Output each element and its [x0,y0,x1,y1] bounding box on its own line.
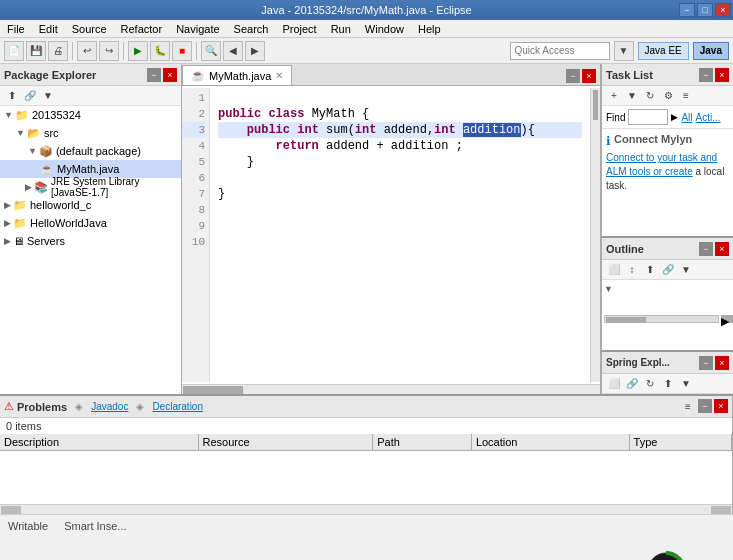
problems-data-table: Description Resource Path Location Type [0,434,732,451]
close-button[interactable]: × [715,3,731,17]
forward-button[interactable]: ▶ [245,41,265,61]
tree-item-20135324[interactable]: ▼ 📁 20135324 [0,106,181,124]
code-line-8 [218,202,582,218]
problems-horiz-scrollbar[interactable] [0,504,732,514]
all-link[interactable]: All [681,112,692,123]
minimize-button[interactable]: − [679,3,695,17]
menu-source[interactable]: Source [69,23,110,35]
editor-vertical-scrollbar[interactable] [590,88,600,382]
task-settings-button[interactable]: ⚙ [660,88,676,104]
spring-close[interactable]: × [715,356,729,370]
link-with-editor-button[interactable]: 🔗 [22,88,38,104]
quick-access-icon[interactable]: ▼ [614,41,634,61]
menu-search[interactable]: Search [231,23,272,35]
acti-link[interactable]: Acti... [696,112,721,123]
quick-access-input[interactable] [510,42,610,60]
outline-scroll-right[interactable]: ▶ [721,315,733,323]
tree-item-default-package[interactable]: ▼ 📦 (default package) [0,142,181,160]
outline-close[interactable]: × [715,242,729,256]
find-input[interactable] [628,109,668,125]
outline-btn-4[interactable]: 🔗 [660,262,676,278]
outline-scroll-thumb[interactable] [606,317,646,323]
problems-tb-btn[interactable]: ≡ [680,399,696,415]
menu-window[interactable]: Window [362,23,407,35]
problems-title: Problems [17,401,67,413]
outline-btn-2[interactable]: ↕ [624,262,640,278]
outline-btn-1[interactable]: ⬜ [606,262,622,278]
outline-horiz-scrollbar[interactable] [604,315,719,323]
task-filter-button[interactable]: ▼ [624,88,640,104]
package-explorer-minimize[interactable]: − [147,68,161,82]
code-content[interactable]: public class MyMath { public int sum(int… [210,88,590,382]
problems-scroll-right[interactable] [711,506,731,514]
package-explorer-close[interactable]: × [163,68,177,82]
tree-item-helloworld-c[interactable]: ▶ 📁 helloworld_c [0,196,181,214]
debug-button[interactable]: 🐛 [150,41,170,61]
spring-explorer-title: Spring Expl... [606,357,670,368]
editor-tab-mymath[interactable]: ☕ MyMath.java ✕ [182,65,292,85]
undo-button[interactable]: ↩ [77,41,97,61]
spring-btn-2[interactable]: 🔗 [624,376,640,392]
task-sync-button[interactable]: ↻ [642,88,658,104]
redo-button[interactable]: ↪ [99,41,119,61]
declaration-tab[interactable]: Declaration [152,401,203,412]
tree-item-helloworldjava[interactable]: ▶ 📁 HelloWorldJava [0,214,181,232]
code-line-6 [218,170,582,186]
perspective-java[interactable]: Java [693,42,729,60]
save-button[interactable]: 💾 [26,41,46,61]
task-list-close[interactable]: × [715,68,729,82]
new-button[interactable]: 📄 [4,41,24,61]
outline-minimize[interactable]: − [699,242,713,256]
col-resource: Resource [198,434,373,451]
javadoc-tab[interactable]: Javadoc [91,401,128,412]
editor-horizontal-scrollbar[interactable] [182,384,600,394]
outline-header: Outline − × [602,238,733,260]
code-editor[interactable]: 1 2 3 4 5 6 7 8 9 10 public class MyMath… [182,86,600,384]
problems-scroll-left[interactable] [1,506,21,514]
spring-btn-5[interactable]: ▼ [678,376,694,392]
menu-help[interactable]: Help [415,23,444,35]
problems-close[interactable]: × [714,399,728,413]
create-link[interactable]: create [665,166,693,177]
run-button[interactable]: ▶ [128,41,148,61]
editor-close[interactable]: × [582,69,596,83]
spring-btn-1[interactable]: ⬜ [606,376,622,392]
scroll-thumb[interactable] [593,90,598,120]
menu-file[interactable]: File [4,23,28,35]
problems-scroll-track [22,505,710,514]
horiz-scroll-thumb[interactable] [183,386,243,394]
tree-item-src[interactable]: ▼ 📂 src [0,124,181,142]
menu-refactor[interactable]: Refactor [118,23,166,35]
problems-minimize[interactable]: − [698,399,712,413]
status-mode: Writable [8,520,48,532]
outline-panel: Outline − × ⬜ ↕ ⬆ 🔗 ▼ ▼ [602,238,733,352]
spring-btn-3[interactable]: ↻ [642,376,658,392]
quick-access-area: ▼ Java EE Java [510,41,730,61]
menu-project[interactable]: Project [279,23,319,35]
tree-item-servers[interactable]: ▶ 🖥 Servers [0,232,181,250]
perspective-java-ee[interactable]: Java EE [638,42,689,60]
task-new-button[interactable]: + [606,88,622,104]
code-line-5: } [218,154,582,170]
menu-navigate[interactable]: Navigate [173,23,222,35]
maximize-button[interactable]: □ [697,3,713,17]
menu-button[interactable]: ▼ [40,88,56,104]
problems-tab[interactable]: ⚠ Problems [4,400,67,413]
spring-minimize[interactable]: − [699,356,713,370]
tree-item-jre[interactable]: ▶ 📚 JRE System Library [JavaSE-1.7] [0,178,181,196]
collapse-all-button[interactable]: ⬆ [4,88,20,104]
spring-btn-4[interactable]: ⬆ [660,376,676,392]
search-button[interactable]: 🔍 [201,41,221,61]
menu-edit[interactable]: Edit [36,23,61,35]
problems-table-head: Description Resource Path Location Type [0,434,732,451]
task-menu-button[interactable]: ≡ [678,88,694,104]
print-button[interactable]: 🖨 [48,41,68,61]
outline-btn-5[interactable]: ▼ [678,262,694,278]
task-list-minimize[interactable]: − [699,68,713,82]
editor-minimize[interactable]: − [566,69,580,83]
find-arrow-icon: ▶ [671,112,678,122]
menu-run[interactable]: Run [328,23,354,35]
stop-button[interactable]: ■ [172,41,192,61]
back-button[interactable]: ◀ [223,41,243,61]
outline-btn-3[interactable]: ⬆ [642,262,658,278]
